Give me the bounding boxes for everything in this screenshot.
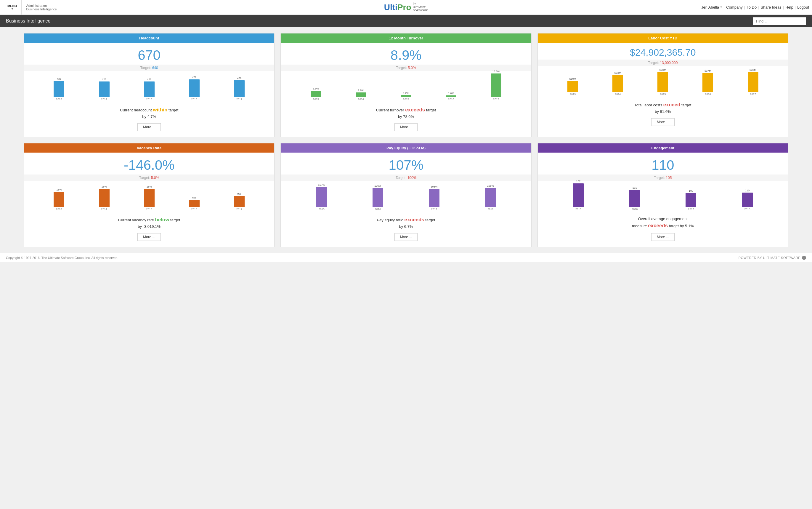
bar [144,189,155,207]
bar-label-top: 1.2% [403,92,409,95]
bar-label-top: 110 [745,189,749,192]
bar-label-top: 107% [318,183,325,186]
bar [748,72,759,92]
bar-group: 471 2016 [189,76,199,101]
bar-label-top: 456 [237,77,242,80]
bar [144,81,155,97]
bar-label-top: 426 [147,78,151,81]
bar-label-top: $37M [704,69,711,72]
bar-label-top: 2.8% [358,89,364,92]
nav-company[interactable]: Company [726,5,743,9]
more-button-engagement[interactable]: More ... [651,233,675,241]
powered-by: POWERED BY ULTIMATE SOFTWARE i [739,256,806,260]
bar-label-bottom: 2017 [236,208,242,211]
card-vacancy: Vacancy Rate-146.0%Target: 5.0% 13% 2013… [24,143,274,247]
bar-label-top: $38M [660,68,666,71]
bar-group: $33M 2014 [613,71,623,96]
bar [234,80,245,97]
chart-turnover: 3.9% 2013 2.8% 2014 1.2% 2015 1.0% 2016 … [293,74,519,101]
bar-group: 15% 2014 [99,185,110,211]
bar-label-top: 433 [57,77,61,80]
bar [189,200,199,207]
bar-label-bottom: 2014 [101,208,107,211]
bar-label-top: 1.0% [448,92,454,95]
user-arrow-icon: ▼ [720,6,722,9]
card-header-pay-equity: Pay Equity (F % of M) [281,143,531,152]
bar-group: 1.2% 2015 [401,92,411,101]
bar-label-top: 105% [431,185,438,188]
chart-headcount: 433 2013 426 2014 426 2015 471 2016 456 … [36,74,262,101]
bar-label-bottom: 2017 [236,98,242,101]
more-button-turnover[interactable]: More ... [395,123,418,131]
bar-label-bottom: 2013 [570,93,576,96]
bar-label-bottom: 2013 [313,98,319,101]
bar-group: 18.0% 2017 [491,70,501,101]
bar [686,193,696,207]
card-header-vacancy: Vacancy Rate [24,143,274,152]
bar-group: 106% 2018 [485,184,496,211]
sub-header: Business Intelligence [0,15,812,27]
more-button-pay-equity[interactable]: More ... [395,233,418,241]
bar-label-bottom: 2016 [705,93,711,96]
bar [613,75,623,92]
bar-group: 9% 2017 [234,192,245,211]
bar-label-bottom: 2016 [632,208,637,211]
bar [485,188,496,207]
card-desc-headcount: Current headcount within targetby 4.7% [120,106,178,120]
bar-label-bottom: 2016 [448,98,454,101]
bar-label-bottom: 2014 [358,98,364,101]
dashboard-grid: Headcount670Target: 640 433 2013 426 201… [0,27,812,253]
nav-logout[interactable]: Logout [797,5,809,9]
bar-group: 110 2018 [742,189,753,211]
bar [401,95,411,97]
user-menu-button[interactable]: Jeri Abella ▼ [701,5,722,9]
bar-group: $38M 2017 [748,68,759,96]
bar-label-top: 9% [237,192,241,195]
top-nav: MENU ▼ Administration Business Intellige… [0,0,812,15]
bar [491,73,501,97]
page-title: Business Intelligence [6,19,753,24]
breadcrumb-admin: Administration [26,4,57,7]
more-button-labor-cost[interactable]: More ... [651,118,675,126]
bar-label-top: 109 [689,189,693,192]
card-engagement: Engagement110Target: 105 182 2015 131 20… [538,143,788,247]
search-input[interactable] [753,17,806,25]
bar-group: 15% 2015 [144,185,155,211]
nav-help[interactable]: Help [785,5,793,9]
bar-group: 107% 2015 [316,183,327,211]
bar-label-top: 18.0% [492,70,500,73]
nav-todo[interactable]: To Do [746,5,756,9]
card-target-vacancy: Target: 5.0% [24,174,274,181]
bar [356,93,366,97]
bar [53,192,64,207]
bar [373,188,383,207]
bar-group: 456 2017 [234,77,245,101]
bar-label-top: 106% [374,184,381,187]
more-button-vacancy[interactable]: More ... [137,233,161,241]
card-value-pay-equity: 107% [389,157,423,173]
bar [234,196,245,207]
bar-label-top: 15% [147,185,152,188]
card-desc-pay-equity: Pay equity ratio exceeds targetby 6.7% [377,216,435,229]
bar [99,81,110,97]
bar-label-top: 6% [192,196,196,199]
bar-group: $38M 2015 [657,68,668,96]
chart-labor-cost: $19M 2013 $33M 2014 $38M 2015 $37M 2016 … [550,69,776,96]
powered-by-text: POWERED BY ULTIMATE SOFTWARE [739,256,801,260]
card-header-engagement: Engagement [538,143,788,152]
bar-group: 106% 2016 [373,184,383,211]
info-icon[interactable]: i [802,256,806,260]
logo-by-text: by ULTIMATE SOFTWARE [413,2,428,12]
bar [742,193,753,207]
bar [189,79,199,97]
copyright-text: Copyright © 1997-2016. The Ultimate Soft… [6,256,118,260]
nav-share-ideas[interactable]: Share Ideas [761,5,781,9]
bar-label-top: $38M [749,68,756,71]
more-button-headcount[interactable]: More ... [137,123,161,131]
menu-button[interactable]: MENU ▼ [3,0,22,14]
card-value-engagement: 110 [652,157,674,173]
card-desc-labor-cost: Total labor costs exceed targetby 91.6% [634,101,691,114]
bar-label-bottom: 2015 [660,93,666,96]
bar-label-bottom: 2013 [56,208,62,211]
bar-label-top: 3.9% [313,87,319,90]
